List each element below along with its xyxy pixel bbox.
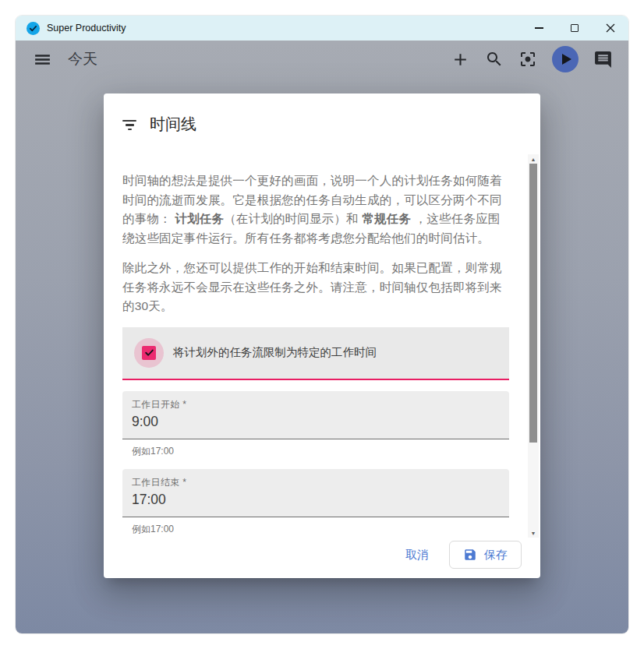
search-icon[interactable] — [485, 50, 504, 69]
main-toolbar: 今天 — [16, 41, 628, 78]
play-button[interactable] — [552, 46, 579, 72]
checkbox-ripple — [134, 338, 164, 368]
window-titlebar: Super Productivity — [16, 16, 628, 41]
maximize-button[interactable] — [557, 16, 593, 41]
dialog-header: 时间线 — [104, 93, 540, 135]
workday-end-hint: 例如17:00 — [122, 517, 509, 536]
window-title: Super Productivity — [47, 23, 126, 34]
dialog-scroll-area: 时间轴的想法是提供一个更好的画面，说明一个人的计划任务如何随着时间的流逝而发展。… — [104, 154, 540, 538]
timeline-settings-dialog: 时间线 时间轴的想法是提供一个更好的画面，说明一个人的计划任务如何随着时间的流逝… — [104, 93, 540, 578]
workday-start-field: 工作日开始 * 例如17:00 — [122, 391, 509, 458]
scrollbar-up-icon[interactable]: ▲ — [528, 154, 539, 164]
timeline-description-paragraph-1: 时间轴的想法是提供一个更好的画面，说明一个人的计划任务如何随着时间的流逝而发展。… — [122, 171, 509, 248]
save-button[interactable]: 保存 — [449, 541, 522, 569]
workday-end-label: 工作日结束 * — [132, 476, 500, 489]
workday-end-box[interactable]: 工作日结束 * — [122, 469, 509, 517]
play-icon — [562, 54, 571, 65]
dialog-actions: 取消 保存 — [104, 538, 540, 578]
scrollbar-thumb[interactable] — [529, 164, 537, 443]
checkbox-label: 将计划外的任务流限制为特定的工作时间 — [173, 345, 377, 360]
app-logo-icon — [27, 22, 40, 35]
save-icon — [463, 548, 477, 562]
context-title: 今天 — [68, 49, 97, 69]
workday-end-field: 工作日结束 * 例如17:00 — [122, 469, 509, 536]
toolbar-actions — [451, 46, 613, 72]
add-task-icon[interactable] — [451, 50, 470, 69]
save-button-label: 保存 — [484, 548, 508, 563]
maximize-icon — [571, 24, 579, 32]
scrollbar-down-icon[interactable]: ▼ — [528, 528, 539, 538]
checked-checkbox-icon[interactable] — [142, 346, 156, 360]
dialog-scrollbar[interactable]: ▲ ▼ — [528, 154, 539, 538]
workday-start-box[interactable]: 工作日开始 * — [122, 391, 509, 439]
notes-icon[interactable] — [593, 50, 613, 69]
timeline-filter-icon — [122, 118, 136, 131]
close-icon — [606, 23, 615, 33]
window-controls — [521, 16, 628, 41]
minimize-button[interactable] — [521, 16, 557, 41]
workday-start-input[interactable] — [132, 414, 500, 430]
workday-start-hint: 例如17:00 — [122, 439, 509, 458]
focus-mode-icon[interactable] — [518, 50, 537, 69]
close-button[interactable] — [593, 16, 628, 41]
menu-icon[interactable] — [33, 50, 52, 69]
cancel-button[interactable]: 取消 — [393, 541, 441, 569]
timeline-description-paragraph-2: 除此之外，您还可以提供工作的开始和结束时间。如果已配置，则常规任务将永远不会显示… — [122, 259, 509, 316]
work-hours-checkbox-row[interactable]: 将计划外的任务流限制为特定的工作时间 — [122, 327, 509, 380]
workday-start-label: 工作日开始 * — [132, 398, 500, 411]
minimize-icon — [535, 27, 543, 28]
dialog-title: 时间线 — [150, 114, 196, 135]
workday-end-input[interactable] — [132, 492, 500, 508]
